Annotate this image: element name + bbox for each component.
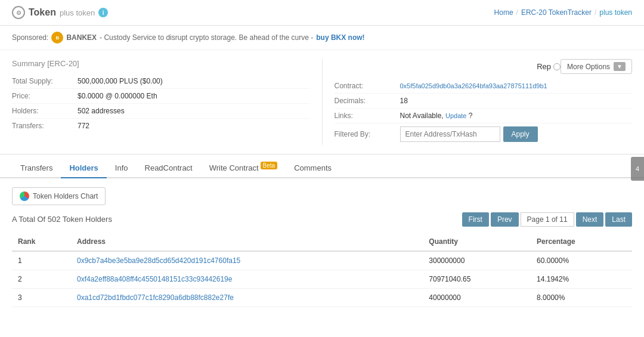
address-link[interactable]: 0xa1cd72bd1fbdc077c1fc8290a6db88fc882e27… (77, 293, 234, 302)
links-label: Links: (335, 112, 400, 120)
tab-write-contract[interactable]: Write ContractBeta (201, 157, 286, 178)
tab-info[interactable]: Info (107, 159, 137, 178)
cell-rank: 1 (12, 251, 71, 270)
col-rank: Rank (12, 233, 71, 251)
cell-address: 0xa1cd72bd1fbdc077c1fc8290a6db88fc882e27… (71, 289, 423, 307)
last-page-button[interactable]: Last (605, 212, 632, 227)
filter-area: Apply (400, 126, 538, 142)
transfers-row: Transfers: 772 (12, 119, 310, 133)
tab-transfers[interactable]: Transfers (12, 159, 61, 178)
sponsored-label: Sponsored: (12, 33, 48, 42)
breadcrumb-sep2: / (595, 8, 596, 17)
cell-percentage: 60.0000% (531, 251, 632, 270)
logo-text: Token (29, 7, 56, 18)
address-link[interactable]: 0x9cb7a4be3e5ba9e28d5cd65d420d191c4760fa… (77, 256, 240, 265)
links-row: Links: Not Available, Update ? (335, 109, 633, 123)
table-row: 3 0xa1cd72bd1fbdc077c1fc8290a6db88fc882e… (12, 289, 632, 307)
tab-holders[interactable]: Holders (61, 159, 106, 178)
more-options-button[interactable]: More Options ▼ (561, 59, 632, 74)
cell-rank: 3 (12, 289, 71, 307)
token-icon: ⚙ (12, 6, 25, 19)
table-row: 1 0x9cb7a4be3e5ba9e28d5cd65d420d191c4760… (12, 251, 632, 270)
beta-badge: Beta (261, 162, 278, 169)
cell-rank: 2 (12, 270, 71, 289)
cell-address: 0x9cb7a4be3e5ba9e28d5cd65d420d191c4760fa… (71, 251, 423, 270)
pie-chart-icon (20, 191, 29, 201)
breadcrumb-current: plus token (599, 8, 632, 17)
contract-label: Contract: (335, 82, 400, 90)
cell-quantity: 40000000 (423, 289, 531, 307)
breadcrumb-sep1: / (516, 8, 518, 17)
price-row: Price: $0.0000 @ 0.000000 Eth (12, 89, 310, 104)
update-link[interactable]: Update (445, 112, 466, 119)
decimals-row: Decimals: 18 (335, 94, 633, 109)
total-supply-value: 500,000,000 PLUS ($0.00) (78, 77, 163, 85)
cell-address: 0xf4a2eff88a408ff4c4550148151c33c9344261… (71, 270, 423, 289)
scroll-hint[interactable]: 4 (631, 157, 644, 181)
breadcrumb-tracker[interactable]: ERC-20 TokenTracker (521, 8, 592, 17)
summary-right: Rep More Options ▼ Contract: 0x5f5fa025d… (322, 59, 633, 145)
first-page-button[interactable]: First (462, 212, 489, 227)
summary-title: Summary [ERC-20] (12, 59, 310, 68)
summary-left: Summary [ERC-20] Total Supply: 500,000,0… (12, 59, 310, 145)
table-header-row: Rank Address Quantity Percentage (12, 233, 632, 251)
page-info: Page 1 of 11 (521, 212, 574, 227)
rep-label: Rep (537, 59, 561, 74)
price-label: Price: (12, 92, 78, 100)
contract-link[interactable]: 0x5f5fa025d9db0a3a26264bfa93aa27875111d9… (400, 82, 547, 89)
breadcrumb: Home / ERC-20 TokenTracker / plus token (494, 8, 632, 17)
info-icon[interactable]: i (98, 8, 108, 17)
col-percentage: Percentage (531, 233, 632, 251)
price-value: $0.0000 @ 0.000000 Eth (78, 92, 157, 100)
tabs-bar: Transfers Holders Info ReadContract Writ… (0, 157, 644, 178)
dropdown-arrow-icon: ▼ (614, 62, 626, 71)
holders-table: Rank Address Quantity Percentage 1 0x9cb… (12, 233, 632, 307)
bankex-brand: BANKEX (66, 33, 97, 42)
holders-row: Holders: 502 addresses (12, 104, 310, 119)
content-area: Token Holders Chart A Total Of 502 Token… (0, 178, 644, 316)
top-bar: ⚙ Token plus token i Home / ERC-20 Token… (0, 0, 644, 26)
address-link[interactable]: 0xf4a2eff88a408ff4c4550148151c33c9344261… (77, 275, 232, 283)
token-holders-chart-button[interactable]: Token Holders Chart (12, 187, 106, 205)
links-value: Not Available, Update ? (400, 112, 473, 120)
decimals-label: Decimals: (335, 97, 400, 105)
transfers-label: Transfers: (12, 122, 78, 130)
rep-circle-icon (553, 63, 561, 70)
filtered-by-row: Filtered By: Apply (335, 123, 633, 145)
summary-section: Summary [ERC-20] Total Supply: 500,000,0… (0, 50, 644, 154)
cell-percentage: 14.1942% (531, 270, 632, 289)
prev-page-button[interactable]: Prev (491, 212, 519, 227)
next-page-button[interactable]: Next (576, 212, 604, 227)
breadcrumb-home[interactable]: Home (494, 8, 513, 17)
sponsored-message: - Custody Service to disrupt crypto stor… (100, 33, 313, 42)
col-address: Address (71, 233, 423, 251)
cell-quantity: 70971040.65 (423, 270, 531, 289)
total-supply-label: Total Supply: (12, 77, 78, 85)
buy-bkx-link[interactable]: buy BKX now! (316, 33, 364, 42)
col-quantity: Quantity (423, 233, 531, 251)
filtered-by-label: Filtered By: (335, 130, 400, 138)
pagination-row: First Prev Page 1 of 11 Next Last (462, 212, 632, 227)
total-supply-row: Total Supply: 500,000,000 PLUS ($0.00) (12, 74, 310, 89)
more-options-area: Rep More Options ▼ (335, 59, 633, 74)
holders-value: 502 addresses (78, 107, 125, 115)
holders-label: Holders: (12, 107, 78, 115)
tab-read-contract[interactable]: ReadContract (137, 159, 201, 178)
table-row: 2 0xf4a2eff88a408ff4c4550148151c33c93442… (12, 270, 632, 289)
logo-area: ⚙ Token plus token i (12, 6, 108, 19)
tab-comments[interactable]: Comments (286, 159, 340, 178)
sponsored-bar: Sponsored: B BANKEX - Custody Service to… (0, 26, 644, 50)
bankex-logo: B (51, 32, 63, 44)
apply-button[interactable]: Apply (503, 126, 538, 142)
cell-percentage: 8.0000% (531, 289, 632, 307)
filter-input[interactable] (400, 126, 500, 142)
contract-row: Contract: 0x5f5fa025d9db0a3a26264bfa93aa… (335, 79, 633, 94)
transfers-value: 772 (78, 122, 89, 130)
holders-count: A Total Of 502 Token Holders (12, 215, 112, 224)
decimals-value: 18 (400, 97, 408, 105)
cell-quantity: 300000000 (423, 251, 531, 270)
logo-sub: plus token (60, 8, 95, 17)
contract-value: 0x5f5fa025d9db0a3a26264bfa93aa27875111d9… (400, 82, 547, 90)
